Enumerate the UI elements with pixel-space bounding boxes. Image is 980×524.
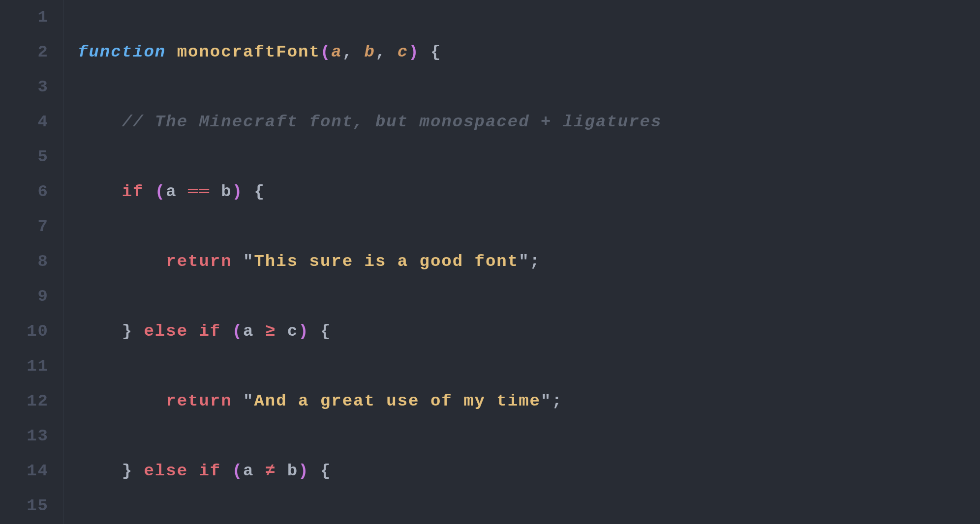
code-line[interactable]: // The Minecraft font, but monospaced + …	[78, 105, 673, 140]
keyword-else: else	[144, 462, 188, 480]
line-number: 4	[0, 105, 49, 140]
string-literal: And a great use of my time	[254, 392, 541, 410]
function-name: monocraftFont	[177, 43, 320, 61]
variable: a	[166, 182, 177, 201]
variable: a	[243, 322, 254, 341]
line-number: 14	[0, 454, 49, 489]
line-number-gutter: 1 2 3 4 5 6 7 8 9 10 11 12 13 14 15	[0, 0, 64, 524]
keyword-return: return	[166, 252, 232, 271]
code-line[interactable]: if (a ══ b) {	[78, 175, 673, 209]
keyword-if: if	[199, 462, 221, 480]
line-number: 10	[0, 314, 49, 349]
variable: b	[287, 462, 298, 480]
keyword-return: return	[166, 392, 232, 410]
operator-ne-ligature: ≠	[265, 462, 276, 480]
line-number: 8	[0, 244, 49, 279]
comment: // The Minecraft font, but monospaced + …	[122, 113, 662, 131]
line-number: 13	[0, 419, 49, 454]
line-number: 9	[0, 279, 49, 314]
param: b	[365, 43, 375, 61]
code-line[interactable]: } else if (a ≥ c) {	[78, 314, 673, 349]
line-number: 11	[0, 349, 49, 384]
keyword-else: else	[144, 322, 188, 341]
param: a	[331, 43, 342, 61]
line-number: 2	[0, 35, 49, 70]
paren-close: )	[408, 43, 419, 61]
operator-equals-ligature: ══	[188, 182, 210, 201]
paren-open: (	[320, 43, 331, 61]
line-number: 1	[0, 0, 49, 35]
operator-ge-ligature: ≥	[265, 322, 276, 341]
variable: a	[243, 462, 254, 480]
variable: c	[287, 322, 298, 341]
line-number: 3	[0, 70, 49, 105]
brace-open: {	[430, 43, 441, 61]
string-literal: This sure is a good font	[254, 252, 519, 271]
code-line[interactable]: function monocraftFont(a, b, c) {	[78, 35, 673, 70]
code-area[interactable]: function monocraftFont(a, b, c) { // The…	[64, 0, 673, 524]
variable: b	[221, 182, 232, 201]
keyword-if: if	[122, 182, 144, 201]
code-editor[interactable]: 1 2 3 4 5 6 7 8 9 10 11 12 13 14 15 func…	[0, 0, 980, 524]
line-number: 12	[0, 384, 49, 419]
line-number: 5	[0, 140, 49, 175]
line-number: 6	[0, 175, 49, 209]
line-number: 7	[0, 209, 49, 244]
code-line[interactable]: return "And a great use of my time";	[78, 384, 673, 419]
keyword-function: function	[78, 43, 166, 61]
param: c	[398, 43, 408, 61]
keyword-if: if	[199, 322, 221, 341]
code-line[interactable]: return "This sure is a good font";	[78, 244, 673, 279]
line-number: 15	[0, 489, 49, 524]
code-line[interactable]: } else if (a ≠ b) {	[78, 454, 673, 489]
